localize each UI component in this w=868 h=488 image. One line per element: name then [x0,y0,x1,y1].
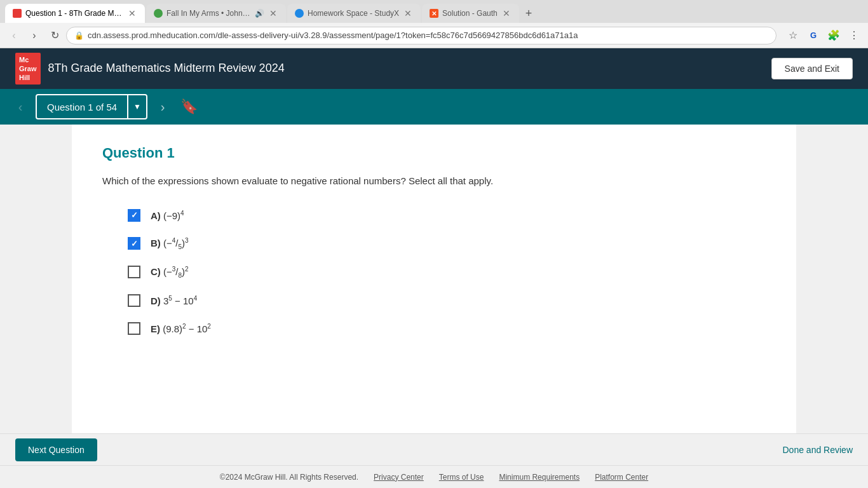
checkbox-e[interactable] [128,322,140,335]
option-e-label: E) (9.8)2 − 102 [151,323,211,334]
audio-icon: 🔊 [255,9,264,18]
browser-actions: ☆ G 🧩 ⋮ [784,27,863,44]
tab-close-question1[interactable]: ✕ [127,8,137,18]
tab-studyx[interactable]: Homework Space - StudyX ✕ [287,4,421,23]
address-bar[interactable]: 🔒 cdn.assess.prod.mheducation.com/dle-as… [66,27,776,44]
back-button[interactable]: ‹ [5,27,23,44]
tab-label-music: Fall In My Arms • John Mic [166,9,251,18]
tab-favicon-question1 [13,9,22,18]
content-panel: Question 1 Which of the expressions show… [72,125,796,433]
tab-gauth[interactable]: ✕ Solution - Gauth ✕ [422,4,519,23]
tab-label-studyx: Homework Space - StudyX [308,9,399,18]
tab-bar: Question 1 - 8Th Grade Mathem ✕ Fall In … [0,0,868,23]
option-b: B) (−4/5)3 [128,237,766,250]
extensions-button[interactable]: 🧩 [825,27,843,44]
platform-center-link[interactable]: Platform Center [595,473,648,482]
copyright-text: ©2024 McGraw Hill. All Rights Reserved. [220,473,358,482]
question-selector-text: Question 1 of 54 [37,102,127,112]
next-question-nav-button[interactable]: › [153,97,173,117]
grammarly-button[interactable]: G [804,27,822,44]
mcgraw-hill-logo: Mc Graw Hill [15,53,41,85]
option-d-label: D) 35 − 104 [151,295,197,306]
footer-bar: Next Question Done and Review [0,433,868,465]
tab-music[interactable]: Fall In My Arms • John Mic 🔊 ✕ [146,4,286,23]
new-tab-button[interactable]: + [520,4,538,23]
option-a-label: A) (−9)4 [151,210,184,221]
prev-question-button[interactable]: ‹ [10,97,31,117]
forward-button[interactable]: › [25,27,43,44]
tab-favicon-gauth: ✕ [430,9,438,18]
next-question-button[interactable]: Next Question [15,438,97,461]
options-list: A) (−9)4 B) (−4/5)3 C) (−3/8)2 [102,209,766,335]
question-number: Question 1 [102,145,766,161]
tab-label-gauth: Solution - Gauth [442,9,498,18]
app-title: 8Th Grade Mathematics Midterm Review 202… [48,62,285,75]
bottom-bar: ©2024 McGraw Hill. All Rights Reserved. … [0,465,868,488]
minimum-requirements-link[interactable]: Minimum Requirements [499,473,580,482]
main-content: Question 1 Which of the expressions show… [0,125,868,433]
app-header: Mc Graw Hill 8Th Grade Mathematics Midte… [0,48,868,89]
bookmark-button[interactable]: 🔖 [180,98,198,115]
checkbox-c[interactable] [128,266,140,278]
question-selector-dropdown[interactable]: ▼ [127,95,146,118]
privacy-center-link[interactable]: Privacy Center [374,473,424,482]
question-prompt: Which of the expressions shown evaluate … [102,174,766,189]
tab-question1[interactable]: Question 1 - 8Th Grade Mathem ✕ [5,4,145,23]
nav-bar: ‹ Question 1 of 54 ▼ › 🔖 [0,89,868,125]
option-c-label: C) (−3/8)2 [151,266,189,279]
tab-favicon-music [154,9,163,18]
tab-label-question1: Question 1 - 8Th Grade Mathem [25,9,123,18]
menu-button[interactable]: ⋮ [845,27,863,44]
reload-button[interactable]: ↻ [46,27,64,44]
option-c: C) (−3/8)2 [128,266,766,279]
tab-close-music[interactable]: ✕ [268,8,278,18]
option-e: E) (9.8)2 − 102 [128,322,766,335]
tab-close-studyx[interactable]: ✕ [403,8,413,18]
star-button[interactable]: ☆ [784,27,802,44]
tab-close-gauth[interactable]: ✕ [501,8,512,18]
checkbox-d[interactable] [128,294,140,307]
save-exit-button[interactable]: Save and Exit [771,58,853,79]
checkbox-a[interactable] [128,209,140,222]
done-review-link[interactable]: Done and Review [782,445,853,455]
option-d: D) 35 − 104 [128,294,766,307]
tab-favicon-studyx [295,9,304,18]
terms-of-use-link[interactable]: Terms of Use [439,473,484,482]
lock-icon: 🔒 [74,31,84,40]
question-selector[interactable]: Question 1 of 54 ▼ [36,94,147,119]
checkbox-b[interactable] [128,237,140,250]
option-a: A) (−9)4 [128,209,766,222]
browser-controls: ‹ › ↻ 🔒 cdn.assess.prod.mheducation.com/… [0,23,868,48]
logo-area: Mc Graw Hill 8Th Grade Mathematics Midte… [15,53,285,85]
address-text: cdn.assess.prod.mheducation.com/dle-asse… [88,30,768,40]
option-b-label: B) (−4/5)3 [151,237,189,250]
